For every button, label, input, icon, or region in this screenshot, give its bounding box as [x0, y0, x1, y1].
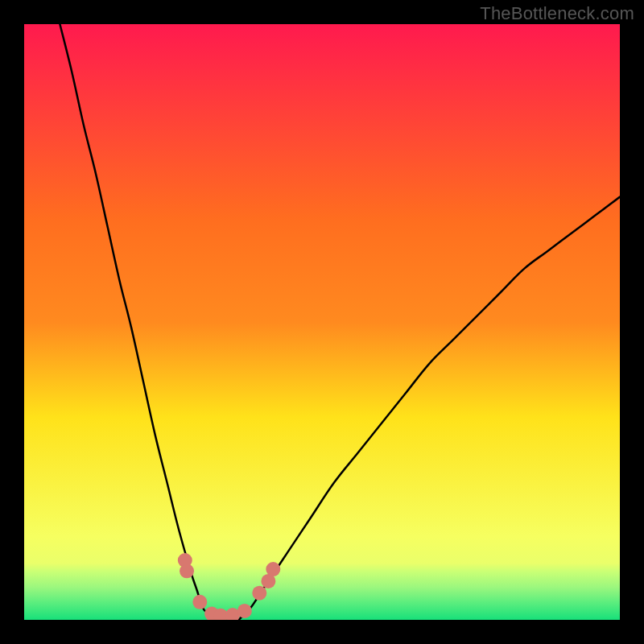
marker-point — [180, 564, 194, 578]
marker-point — [192, 595, 207, 609]
marker-point — [266, 562, 280, 576]
chart-background — [24, 24, 620, 620]
marker-point — [252, 586, 266, 601]
chart-frame: TheBottleneck.com — [0, 0, 644, 644]
marker-point — [237, 604, 252, 618]
watermark-text: TheBottleneck.com — [480, 3, 634, 24]
chart-svg — [24, 24, 620, 620]
plot-area — [24, 24, 620, 620]
